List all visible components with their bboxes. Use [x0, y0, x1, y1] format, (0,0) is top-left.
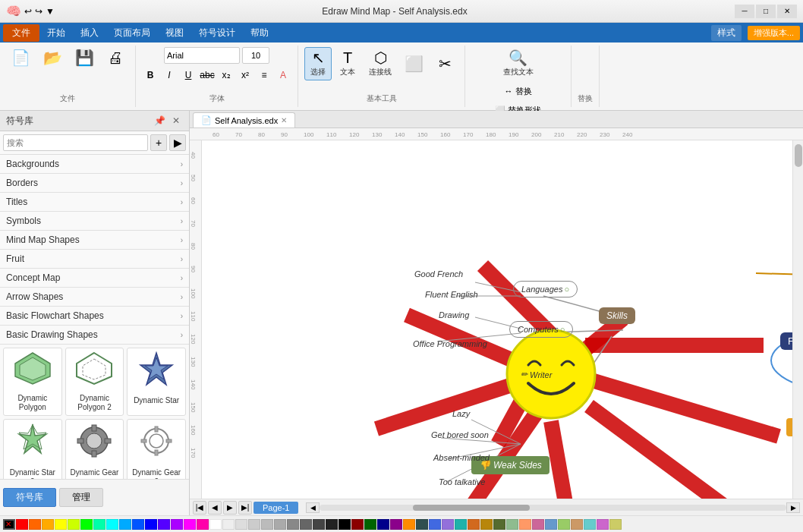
node-lazy[interactable]: Lazy: [445, 406, 477, 421]
shape-dynamic-star[interactable]: Dynamic Star: [127, 348, 186, 416]
menu-help[interactable]: 帮助: [243, 24, 276, 42]
italic-btn[interactable]: I: [161, 67, 178, 83]
page-prev-btn[interactable]: ◀: [208, 501, 222, 515]
symbol-search-input[interactable]: [3, 134, 148, 151]
redo-btn[interactable]: ↪: [35, 6, 43, 17]
color-swatch[interactable]: [429, 519, 441, 530]
color-swatch-black[interactable]: [339, 519, 351, 530]
color-swatch[interactable]: [403, 519, 415, 530]
color-swatch[interactable]: [119, 519, 131, 530]
align-btn[interactable]: ≡: [256, 67, 272, 83]
select-tool-btn[interactable]: ↖ 选择: [304, 47, 332, 80]
category-titles[interactable]: Titles ›: [0, 193, 189, 212]
node-languages[interactable]: Languages ○: [513, 281, 578, 297]
color-swatch[interactable]: [80, 519, 93, 530]
color-swatch[interactable]: [480, 519, 493, 530]
category-backgrounds[interactable]: Backgrounds ›: [0, 155, 189, 174]
find-text-btn[interactable]: 🔍 查找文本: [498, 47, 539, 80]
category-arrow-shapes[interactable]: Arrow Shapes ›: [0, 288, 189, 307]
no-color-swatch[interactable]: ✕: [3, 519, 15, 530]
color-swatch[interactable]: [416, 519, 428, 530]
color-swatch-white[interactable]: [209, 519, 222, 530]
page-first-btn[interactable]: |◀: [193, 501, 206, 515]
color-swatch[interactable]: [493, 519, 505, 530]
connector-tool-btn[interactable]: ⬡ 连接线: [364, 47, 397, 80]
color-swatch[interactable]: [545, 519, 557, 530]
color-swatch[interactable]: [519, 519, 531, 530]
color-swatch[interactable]: [68, 519, 80, 530]
color-swatch[interactable]: [158, 519, 170, 530]
scroll-left-btn[interactable]: ◀: [306, 502, 320, 513]
category-borders[interactable]: Borders ›: [0, 174, 189, 193]
shape-dynamic-polygon[interactable]: Dynamic Polygon: [3, 348, 62, 416]
strikethrough-btn[interactable]: abc: [199, 67, 216, 83]
quick-access[interactable]: ▼: [46, 6, 55, 17]
category-flowchart[interactable]: Basic Flowchart Shapes ›: [0, 307, 189, 326]
color-btn[interactable]: A: [275, 67, 291, 83]
color-swatch[interactable]: [42, 519, 54, 530]
color-swatch[interactable]: [313, 519, 325, 530]
panel-close-btn[interactable]: ✕: [169, 114, 183, 127]
node-computers[interactable]: Computers ○: [509, 321, 573, 338]
color-swatch[interactable]: [390, 519, 402, 530]
open-btn[interactable]: 📂: [38, 47, 68, 68]
minimize-btn[interactable]: ─: [735, 5, 754, 18]
superscript-btn[interactable]: x²: [237, 67, 253, 83]
menu-symbol-design[interactable]: 符号设计: [191, 24, 243, 42]
menu-view[interactable]: 视图: [158, 24, 191, 42]
page-last-btn[interactable]: ▶|: [238, 501, 252, 515]
tab-symbol-library[interactable]: 符号库: [3, 488, 56, 507]
close-btn[interactable]: ✕: [777, 5, 797, 18]
color-swatch[interactable]: [506, 519, 518, 530]
style-btn[interactable]: 样式: [711, 25, 742, 41]
category-fruit[interactable]: Fruit ›: [0, 250, 189, 269]
node-skills[interactable]: Skills: [599, 307, 635, 324]
color-swatch[interactable]: [455, 519, 467, 530]
color-swatch-red[interactable]: [16, 519, 28, 530]
color-swatch[interactable]: [326, 519, 338, 530]
category-symbols[interactable]: Symbols ›: [0, 212, 189, 231]
tab-close-btn[interactable]: ✕: [281, 116, 287, 124]
node-writer[interactable]: ✏ Writer: [513, 367, 559, 382]
menu-page-layout[interactable]: 页面布局: [106, 24, 158, 42]
node-get-bored[interactable]: Get bored soon: [424, 427, 496, 442]
node-good-french[interactable]: Good French: [407, 266, 471, 282]
new-btn[interactable]: 📄: [6, 47, 36, 68]
node-drawing[interactable]: Drawing: [431, 307, 477, 323]
tab-manage[interactable]: 管理: [59, 488, 103, 507]
color-swatch[interactable]: [222, 519, 235, 530]
symbol-add-btn[interactable]: +: [150, 134, 167, 151]
undo-btn[interactable]: ↩: [24, 6, 32, 17]
color-swatch[interactable]: [300, 519, 312, 530]
color-swatch[interactable]: [197, 519, 209, 530]
node-too-talkative[interactable]: Too talkative: [431, 474, 493, 490]
color-swatch[interactable]: [93, 519, 105, 530]
color-swatch[interactable]: [584, 519, 596, 530]
shape-dynamic-gear[interactable]: Dynamic Gear: [65, 419, 124, 479]
color-swatch[interactable]: [235, 519, 247, 530]
menu-start[interactable]: 开始: [39, 24, 73, 42]
symbol-expand-btn[interactable]: ▶: [169, 134, 186, 151]
color-swatch[interactable]: [184, 519, 196, 530]
page-next-btn[interactable]: ▶: [223, 501, 237, 515]
color-swatch[interactable]: [106, 519, 118, 530]
shape-dynamic-star2[interactable]: Dynamic Star 2: [3, 419, 62, 479]
color-swatch[interactable]: [55, 519, 67, 530]
upgrade-btn[interactable]: 增强版本...: [748, 26, 800, 40]
underline-btn[interactable]: U: [180, 67, 197, 83]
menu-insert[interactable]: 插入: [73, 24, 106, 42]
node-fluent-english[interactable]: Fluent English: [417, 287, 486, 302]
color-swatch[interactable]: [261, 519, 273, 530]
color-swatch[interactable]: [532, 519, 544, 530]
color-swatch[interactable]: [442, 519, 454, 530]
color-swatch[interactable]: [364, 519, 376, 530]
shape-btn[interactable]: ⬜: [399, 53, 429, 74]
print-btn[interactable]: 🖨: [102, 47, 129, 68]
shape-dynamic-gear2[interactable]: Dynamic Gear 2: [127, 419, 186, 479]
replace-btn[interactable]: ↔ 替换: [499, 83, 536, 99]
shape-dynamic-polygon2[interactable]: Dynamic Polygon 2: [65, 348, 124, 416]
color-swatch[interactable]: [609, 519, 622, 530]
font-size-input[interactable]: [242, 47, 269, 64]
color-swatch[interactable]: [29, 519, 41, 530]
font-name-input[interactable]: [164, 47, 240, 64]
